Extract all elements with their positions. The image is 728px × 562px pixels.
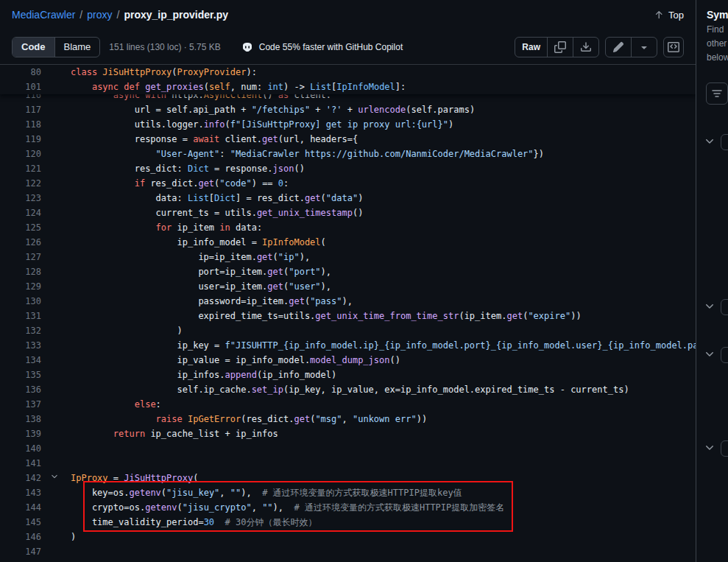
gutter-spacer (41, 206, 71, 220)
line-number[interactable]: 144 (0, 500, 41, 515)
line-number[interactable]: 116 (0, 94, 41, 102)
breadcrumb-separator: / (116, 9, 119, 21)
tab-code[interactable]: Code (13, 38, 54, 57)
line-number[interactable]: 136 (0, 382, 41, 397)
code-line: 127 ip=ip_item.get("ip"), (0, 250, 696, 264)
line-number[interactable]: 146 (0, 530, 41, 544)
chevron-down-icon[interactable] (704, 301, 715, 312)
line-number[interactable]: 134 (0, 353, 41, 368)
line-number[interactable]: 137 (0, 397, 41, 412)
gutter-spacer (41, 368, 71, 382)
symbol-item-partial[interactable] (721, 299, 728, 315)
code-line-content: ip_value = ip_info_model.model_dump_json… (71, 353, 400, 368)
gutter-spacer (41, 235, 71, 250)
edit-dropdown-button[interactable] (631, 38, 657, 57)
code-line-content: IpProxy = JiSuHttpProxy( (71, 471, 198, 485)
code-lines: 117 url = self.api_path + "/fetchips" + … (0, 102, 696, 559)
gutter-spacer (41, 500, 71, 515)
line-number[interactable]: 80 (0, 65, 41, 80)
symbols-panel-toggle-button[interactable] (663, 37, 684, 57)
line-number[interactable]: 124 (0, 206, 41, 220)
line-number[interactable]: 122 (0, 176, 41, 191)
chevron-down-icon[interactable] (704, 442, 715, 454)
gutter-spacer (41, 323, 71, 338)
line-number[interactable]: 117 (0, 102, 41, 117)
line-number[interactable]: 143 (0, 485, 41, 500)
copilot-banner[interactable]: Code 55% faster with GitHub Copilot (241, 41, 403, 53)
code-line: 137 else: (0, 397, 696, 412)
line-number[interactable]: 141 (0, 456, 41, 471)
breadcrumb-repo-link[interactable]: MediaCrawler (12, 9, 75, 21)
code-line-content: crypto=os.getenv("jisu_crypto", ""), # 通… (71, 500, 504, 515)
line-number[interactable]: 130 (0, 294, 41, 309)
download-icon (580, 41, 592, 53)
code-line-content: ip_infos.append(ip_info_model) (71, 368, 336, 382)
code-line-content: ip=ip_item.get("ip"), (71, 250, 310, 264)
gutter-spacer (41, 80, 71, 94)
copilot-icon (241, 41, 253, 53)
gutter-spacer (41, 191, 71, 206)
code-line-content: class JiSuHttpProxy(ProxyProvider): (71, 65, 257, 80)
code-line: 121 res_dict: Dict = response.json() (0, 161, 696, 176)
code-blame-toggle: Code Blame (12, 37, 100, 57)
line-number[interactable]: 119 (0, 132, 41, 147)
symbol-item-partial[interactable] (721, 440, 728, 457)
line-number[interactable]: 132 (0, 323, 41, 338)
download-button[interactable] (573, 38, 598, 57)
raw-button[interactable]: Raw (515, 38, 547, 57)
gutter-spacer (41, 515, 71, 530)
breadcrumb-folder-link[interactable]: proxy (87, 9, 112, 21)
tab-blame[interactable]: Blame (54, 38, 100, 57)
code-viewer: 80class JiSuHttpProxy(ProxyProvider):101… (0, 65, 696, 562)
code-line: 126 ip_info_model = IpInfoModel( (0, 235, 696, 250)
line-number[interactable]: 131 (0, 309, 41, 323)
gutter-spacer (41, 220, 71, 235)
symbols-hint-line: other (707, 38, 728, 49)
file-header: MediaCrawler / proxy / proxy_ip_provider… (0, 0, 696, 29)
main-area: MediaCrawler / proxy / proxy_ip_provider… (0, 0, 696, 562)
line-number[interactable]: 133 (0, 338, 41, 353)
sticky-context-lines: 80class JiSuHttpProxy(ProxyProvider):101… (0, 65, 696, 94)
line-number[interactable]: 139 (0, 426, 41, 441)
code-line: 116 async with httpx.AsyncClient() as cl… (0, 94, 696, 102)
line-number[interactable]: 142 (0, 471, 41, 485)
arrow-up-icon (654, 10, 664, 20)
fold-chevron-icon[interactable] (41, 471, 71, 485)
line-number[interactable]: 125 (0, 220, 41, 235)
copy-button[interactable] (547, 38, 573, 57)
line-number[interactable]: 138 (0, 412, 41, 426)
code-line: 141 (0, 456, 696, 471)
line-number[interactable]: 128 (0, 264, 41, 279)
code-line-content: raise IpGetError(res_dict.get("msg", "un… (71, 412, 427, 426)
code-line: 117 url = self.api_path + "/fetchips" + … (0, 102, 696, 117)
line-number[interactable]: 135 (0, 368, 41, 382)
back-to-top-button[interactable]: Top (654, 10, 684, 21)
symbol-item-partial[interactable] (721, 134, 728, 150)
line-number[interactable]: 118 (0, 117, 41, 132)
line-number[interactable]: 126 (0, 235, 41, 250)
code-line: 144 crypto=os.getenv("jisu_crypto", ""),… (0, 500, 696, 515)
gutter-spacer (41, 250, 71, 264)
line-number[interactable]: 129 (0, 279, 41, 294)
chevron-down-icon[interactable] (704, 348, 715, 360)
edit-button[interactable] (606, 38, 631, 57)
symbols-filter-button[interactable] (706, 82, 728, 105)
line-number[interactable]: 121 (0, 161, 41, 176)
line-number[interactable]: 120 (0, 147, 41, 161)
symbol-item-partial[interactable] (721, 347, 728, 363)
line-number[interactable]: 145 (0, 515, 41, 530)
gutter-spacer (41, 94, 71, 102)
code-line-content: self.ip_cache.set_ip(ip_key, ip_value, e… (71, 382, 629, 397)
code-line-content: port=ip_item.get("port"), (71, 264, 331, 279)
line-number[interactable]: 123 (0, 191, 41, 206)
gutter-spacer (41, 117, 71, 132)
code-line: 146) (0, 530, 696, 544)
line-number[interactable]: 147 (0, 544, 41, 559)
code-line-content: for ip_item in data: (71, 220, 262, 235)
line-number[interactable]: 127 (0, 250, 41, 264)
line-number[interactable]: 140 (0, 441, 41, 456)
line-number[interactable]: 101 (0, 80, 41, 94)
symbols-panel-hint: Find other below (707, 24, 728, 63)
code-line: 125 for ip_item in data: (0, 220, 696, 235)
chevron-down-icon[interactable] (704, 136, 715, 147)
